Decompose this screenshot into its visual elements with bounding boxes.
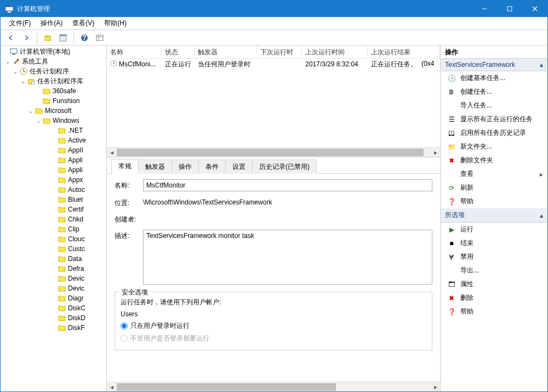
tree-label: Active — [68, 137, 86, 144]
action-import[interactable]: 导入任务... — [441, 99, 547, 112]
tab-actions[interactable]: 操作 — [172, 160, 199, 174]
close-button[interactable] — [522, 1, 547, 17]
col-name[interactable]: 名称 — [107, 46, 162, 58]
action-end[interactable]: ■结束 — [441, 236, 547, 250]
tree-folder-item[interactable]: DiskC — [2, 303, 106, 313]
tree-folder-item[interactable]: Appli — [2, 165, 106, 175]
minimize-button[interactable] — [472, 1, 497, 17]
tree-scheduler[interactable]: ⌄ 任务计划程序 — [2, 66, 106, 76]
action-properties[interactable]: 🗔属性 — [441, 277, 547, 291]
tree-folder-item[interactable]: Certif — [2, 204, 106, 214]
action-delete-folder[interactable]: ✖删除文件夹 — [441, 154, 547, 167]
properties-button[interactable] — [57, 32, 69, 44]
tree-folder-item[interactable]: AppII — [2, 145, 106, 155]
tree-folder-item[interactable]: DiskF — [2, 323, 106, 333]
col-next[interactable]: 下次运行时间 — [257, 46, 302, 58]
forward-button[interactable] — [20, 32, 32, 44]
tree-root[interactable]: 计算机管理(本地) — [2, 47, 106, 56]
col-trigger[interactable]: 触发器 — [195, 46, 257, 58]
task-trigger: 当任何用户登录时 — [195, 60, 257, 69]
scroll-thumb[interactable] — [117, 383, 336, 391]
menu-help[interactable]: 帮助(H) — [101, 18, 130, 29]
radio-whether-logged[interactable]: 不管用户是否登录都要运行 — [121, 334, 426, 343]
radio-label: 不管用户是否登录都要运行 — [130, 334, 209, 343]
desc-field[interactable] — [143, 230, 432, 285]
tab-conditions[interactable]: 条件 — [198, 160, 226, 174]
action-section-selected[interactable]: 所选项 ▴ — [441, 208, 547, 223]
action-create-task[interactable]: 🗎创建任务... — [441, 85, 547, 99]
radio-logged-on[interactable]: 只在用户登录时运行 — [121, 321, 426, 331]
tree-folder-item[interactable]: Appli — [2, 155, 106, 165]
tree-library[interactable]: ⌄ 任务计划程序库 — [2, 76, 106, 86]
action-view[interactable]: 查看▸ — [441, 167, 547, 181]
tab-history[interactable]: 历史记录(已禁用) — [252, 160, 317, 174]
tree-label: Custc — [68, 245, 85, 253]
action-create-basic[interactable]: 🕓创建基本任务... — [441, 71, 547, 85]
tree-folder-item[interactable]: DiskD — [2, 313, 106, 323]
collapse-icon[interactable]: ⌄ — [19, 78, 27, 84]
menu-view[interactable]: 查看(V) — [69, 18, 98, 29]
tree-folder-item[interactable]: Data — [2, 254, 106, 264]
tree-folder-item[interactable]: Devic — [2, 283, 106, 293]
action-help[interactable]: ❓帮助 — [441, 195, 547, 208]
action-disable[interactable]: ⮟禁用 — [441, 250, 547, 264]
tree-systools[interactable]: ⌄ 系统工具 — [2, 56, 106, 66]
horizontal-scrollbar[interactable]: ◂ ▸ — [107, 382, 440, 391]
action-new-folder[interactable]: 📁新文件夹... — [441, 140, 547, 154]
col-state[interactable]: 状态 — [162, 46, 195, 58]
tree-folder-item[interactable]: Bluet — [2, 195, 106, 204]
tree-folder-item[interactable]: Clip — [2, 224, 106, 234]
tree-folder-item[interactable]: Appx — [2, 175, 106, 185]
col-result[interactable]: 上次运行结果 — [368, 46, 440, 58]
expand-icon[interactable]: ⌄ — [27, 108, 35, 114]
maximize-button[interactable] — [497, 1, 522, 17]
collapse-icon[interactable]: ⌄ — [4, 59, 12, 65]
action-delete[interactable]: ✖删除 — [441, 291, 547, 305]
horizontal-scrollbar[interactable]: ◂ ▸ — [107, 147, 440, 157]
tree-folder-item[interactable]: ⌄Windows — [2, 116, 106, 126]
tree-folder-item[interactable]: 360safe — [2, 86, 106, 96]
tree-folder-item[interactable]: Clouc — [2, 234, 106, 244]
tree-folder-item[interactable]: ⌄Microsoft — [2, 106, 106, 116]
tab-general[interactable]: 常规 — [111, 159, 139, 174]
tree-folder-item[interactable]: Custc — [2, 244, 106, 254]
up-button[interactable] — [42, 32, 54, 44]
radio-input[interactable] — [121, 335, 128, 342]
menu-file[interactable]: 文件(F) — [6, 18, 34, 29]
action-run[interactable]: ▶运行 — [441, 223, 547, 236]
collapse-icon: ▴ — [540, 61, 543, 69]
scroll-left-icon[interactable]: ◂ — [107, 382, 116, 392]
collapse-icon[interactable]: ⌄ — [12, 69, 19, 75]
col-last[interactable]: 上次运行时间 — [302, 46, 368, 58]
action-enable-history[interactable]: 🕮启用所有任务历史记录 — [441, 126, 547, 140]
tab-triggers[interactable]: 触发器 — [138, 160, 172, 174]
tree-folder-item[interactable]: Funshion — [2, 96, 106, 106]
grid-button[interactable] — [94, 32, 106, 44]
action-section-folder[interactable]: TextServicesFramework ▴ — [441, 59, 547, 71]
scroll-thumb[interactable] — [117, 149, 424, 156]
scroll-left-icon[interactable]: ◂ — [107, 147, 116, 157]
action-refresh[interactable]: ⟳刷新 — [441, 181, 547, 195]
tree-folder-item[interactable]: .NET — [2, 126, 106, 135]
radio-input[interactable] — [121, 322, 128, 329]
scroll-right-icon[interactable]: ▸ — [431, 382, 440, 392]
menu-action[interactable]: 操作(A) — [37, 18, 66, 29]
scroll-right-icon[interactable]: ▸ — [431, 147, 440, 157]
nav-tree[interactable]: 计算机管理(本地) ⌄ 系统工具 ⌄ 任务计划程序 ⌄ 任务计划程序库 360s… — [1, 46, 107, 391]
tree-folder-item[interactable]: Active — [2, 135, 106, 145]
action-show-running[interactable]: ☰显示所有正在运行的任务 — [441, 112, 547, 126]
action-export[interactable]: 导出... — [441, 264, 547, 277]
tree-folder-item[interactable]: Diagr — [2, 293, 106, 303]
task-row[interactable]: MsCtfMoni... 正在运行 当任何用户登录时 2017/3/29 8:3… — [107, 59, 440, 70]
name-field[interactable] — [143, 179, 432, 191]
expand-icon[interactable]: ⌄ — [35, 118, 42, 124]
tab-settings[interactable]: 设置 — [225, 160, 253, 174]
help-button[interactable]: ? — [78, 32, 90, 44]
tree-folder-item[interactable]: Devic — [2, 274, 106, 283]
back-button[interactable] — [5, 32, 17, 44]
action-help[interactable]: ❓帮助 — [441, 305, 547, 319]
tree-folder-item[interactable]: Chkd — [2, 214, 106, 224]
tree-folder-item[interactable]: Defra — [2, 264, 106, 274]
help-icon: ❓ — [447, 308, 456, 316]
tree-folder-item[interactable]: Autoc — [2, 185, 106, 195]
